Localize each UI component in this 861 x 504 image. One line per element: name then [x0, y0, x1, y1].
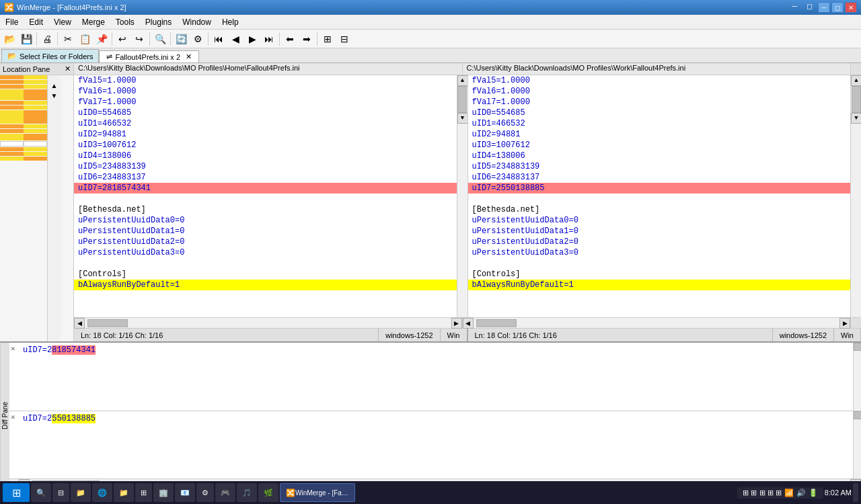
line-1-right: fVal5=1.0000: [468, 75, 851, 86]
left-status-position: Ln: 18 Col: 1/16 Ch: 1/16: [74, 329, 379, 341]
scroll-up-left[interactable]: ▲: [457, 75, 468, 86]
main-minimize-btn[interactable]: ─: [788, 2, 801, 13]
toolbar-open-btn[interactable]: 📂: [1, 31, 17, 47]
line-16-left: uPersistentUuidData2=0: [74, 237, 457, 247]
minimize-btn[interactable]: ─: [818, 2, 830, 13]
right-h-scrollbar[interactable]: ◀ ▶: [463, 318, 851, 328]
toolbar-next-diff-btn[interactable]: ▶: [244, 31, 260, 47]
toolbar-refresh-btn[interactable]: 🔄: [173, 31, 189, 47]
tab-close-icon[interactable]: ✕: [186, 52, 192, 61]
close-btn[interactable]: ✕: [845, 2, 857, 13]
taskbar-office[interactable]: 🏢: [153, 483, 174, 502]
left-file-header: C:\Users\Kitty Black\Downloads\MO Profil…: [74, 63, 463, 75]
scroll-left-right[interactable]: ◀: [463, 318, 474, 329]
menu-help[interactable]: Help: [217, 15, 244, 29]
taskbar-settings[interactable]: ⚙: [196, 483, 214, 502]
toolbar-first-diff-btn[interactable]: ⏮: [211, 31, 227, 47]
toolbar-copy-left-btn[interactable]: ⬅: [282, 31, 298, 47]
scroll-left-left[interactable]: ◀: [74, 318, 85, 329]
diff-1-scroll-thumb[interactable]: [854, 343, 861, 351]
left-editor-scrollbar-v[interactable]: ▲ ▼: [457, 75, 467, 317]
show-desktop-btn[interactable]: [853, 483, 858, 502]
title-controls: ─ ◻ ─ ◻ ✕: [788, 2, 857, 13]
toolbar-copy-btn[interactable]: 📋: [77, 31, 93, 47]
line-20-right: bAlwaysRunByDefault=1: [468, 280, 851, 290]
taskbar-search[interactable]: 🔍: [31, 483, 51, 502]
diff-section-2-close[interactable]: ✕: [11, 413, 15, 421]
menu-file[interactable]: File: [0, 15, 24, 29]
menu-merge[interactable]: Merge: [77, 15, 110, 29]
line-7-right: uID3=1007612: [468, 140, 851, 151]
taskbar-nexus[interactable]: 🌿: [258, 483, 278, 502]
scroll-down-left[interactable]: ▼: [457, 113, 468, 124]
left-h-scrollbar[interactable]: ◀ ▶: [74, 318, 463, 328]
taskbar-email[interactable]: 📧: [175, 483, 195, 502]
toolbar-last-diff-btn[interactable]: ⏭: [261, 31, 277, 47]
diff-1-scrollbar[interactable]: [853, 343, 861, 411]
right-status-eol: Win: [834, 329, 861, 341]
start-button[interactable]: ⊞: [3, 483, 30, 502]
toolbar-cut-btn[interactable]: ✂: [60, 31, 76, 47]
nav-prev-icon[interactable]: ▲: [51, 82, 58, 89]
menu-window[interactable]: Window: [177, 15, 217, 29]
menu-tools[interactable]: Tools: [110, 15, 140, 29]
taskbar-folder[interactable]: 📁: [114, 483, 134, 502]
toolbar: 📂 💾 🖨 ✂ 📋 📌 ↩ ↪ 🔍 🔄 ⚙ ⏮ ◀ ▶ ⏭ ⬅ ➡ ⊞ ⊟: [0, 30, 861, 48]
toolbar-diff-options-btn[interactable]: ⚙: [190, 31, 206, 47]
toolbar-undo-btn[interactable]: ↩: [114, 31, 130, 47]
taskbar-winmerge[interactable]: 🔀 WinMerge - [Fallou...: [280, 483, 355, 502]
select-files-label: Select Files or Folders: [20, 52, 93, 60]
diff-pane-label: Diff Pane: [0, 343, 9, 489]
toolbar-print-btn[interactable]: 🖨: [39, 31, 55, 47]
editor-area: C:\Users\Kitty Black\Downloads\MO Profil…: [74, 63, 861, 341]
winmerge-icon: 🔀: [286, 489, 295, 497]
line-15-right: uPersistentUuidData1=0: [468, 226, 851, 237]
tray-icons: ⊞ ⊞ ⊞ ⊞ ⊞: [743, 489, 781, 497]
scroll-thumb-right[interactable]: [852, 86, 861, 113]
select-files-btn[interactable]: 📂 Select Files or Folders: [1, 49, 99, 62]
main-restore-btn[interactable]: ◻: [802, 2, 817, 13]
scroll-thumb-left[interactable]: [457, 86, 467, 113]
restore-btn[interactable]: ◻: [831, 2, 844, 13]
right-editor[interactable]: fVal5=1.0000 fVal6=1.0000 fVal7=1.0000 u…: [468, 75, 862, 317]
menu-edit[interactable]: Edit: [24, 15, 48, 29]
line-14-right: uPersistentUuidData0=0: [468, 215, 851, 226]
toolbar-expand-btn[interactable]: ⊞: [320, 31, 336, 47]
line-12-right: [468, 194, 851, 204]
toolbar-collapse-btn[interactable]: ⊟: [336, 31, 352, 47]
toolbar-prev-diff-btn[interactable]: ◀: [227, 31, 244, 47]
scroll-right-right[interactable]: ▶: [839, 318, 850, 329]
scroll-right-left[interactable]: ▶: [451, 318, 462, 329]
left-editor[interactable]: fVal5=1.0000 fVal6=1.0000 fVal7=1.0000 u…: [74, 75, 468, 317]
file-tab[interactable]: ⇌ Fallout4Prefs.ini x 2 ✕: [99, 50, 199, 62]
location-pane-close[interactable]: ✕: [65, 65, 71, 73]
toolbar-copy-right-btn[interactable]: ➡: [299, 31, 315, 47]
nav-next-icon[interactable]: ▼: [51, 92, 58, 99]
taskbar-edge[interactable]: 🌐: [92, 483, 112, 502]
scroll-track-left[interactable]: [457, 86, 467, 113]
menu-view[interactable]: View: [48, 15, 77, 29]
diff-2-scroll-thumb[interactable]: [854, 411, 861, 419]
scroll-track-right[interactable]: [851, 86, 861, 113]
title-bar-left: 🔀 WinMerge - [Fallout4Prefs.ini x 2]: [4, 3, 126, 12]
diff-content-area: ✕ uID7=2818574341 ✕ uID7=2550138885: [9, 343, 861, 489]
toolbar-save-btn[interactable]: 💾: [18, 31, 34, 47]
diff-section-1-close[interactable]: ✕: [11, 344, 15, 353]
scroll-down-right[interactable]: ▼: [851, 113, 861, 124]
taskbar-file-explorer[interactable]: 📁: [71, 483, 91, 502]
diff-section-2-text: uID7=2550138885: [23, 414, 857, 423]
toolbar-find-btn[interactable]: 🔍: [152, 31, 168, 47]
left-h-thumb[interactable]: [87, 319, 128, 327]
taskbar-clock[interactable]: 8:02 AM: [825, 489, 852, 497]
right-h-thumb[interactable]: [476, 319, 517, 327]
toolbar-paste-btn[interactable]: 📌: [93, 31, 110, 47]
taskbar-media[interactable]: 🎵: [237, 483, 257, 502]
toolbar-redo-btn[interactable]: ↪: [131, 31, 147, 47]
diff-2-scrollbar[interactable]: [853, 411, 861, 479]
menu-plugins[interactable]: Plugins: [140, 15, 177, 29]
taskbar-game[interactable]: 🎮: [215, 483, 235, 502]
taskbar-task-view[interactable]: ⊟: [52, 483, 69, 502]
scroll-up-right[interactable]: ▲: [851, 75, 861, 86]
right-editor-scrollbar-v[interactable]: ▲ ▼: [850, 75, 861, 317]
taskbar-cmd[interactable]: ⊞: [135, 483, 152, 502]
